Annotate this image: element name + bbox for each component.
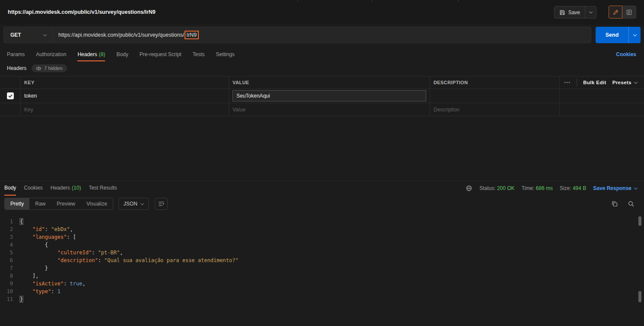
view-pretty[interactable]: Pretty	[5, 198, 29, 209]
method-value: GET	[10, 32, 21, 38]
bulk-edit-button[interactable]: Bulk Edit	[583, 80, 606, 85]
top-bar: https://api.movidesk.com/public/v1/surve…	[0, 0, 644, 25]
response-headers-count: (10)	[72, 185, 81, 191]
save-options-button[interactable]	[585, 6, 596, 18]
save-button-group: Save	[554, 6, 596, 19]
status-label: Status:	[479, 185, 495, 191]
code-line: 10 "type": 1	[0, 288, 638, 295]
header-key-value: token	[24, 93, 37, 99]
code-content: "description": "Qual sua avaliação para …	[20, 256, 239, 264]
tab-tests[interactable]: Tests	[192, 48, 204, 61]
new-key-cell	[21, 103, 229, 116]
method-select[interactable]: GET	[4, 27, 53, 43]
row-select-cell	[0, 89, 21, 103]
send-button[interactable]: Send	[596, 27, 628, 43]
headers-count: (8)	[99, 51, 105, 57]
tab-divider	[458, 0, 459, 2]
tab-params[interactable]: Params	[7, 48, 25, 61]
tab-divider	[372, 0, 372, 2]
chevron-down-icon	[589, 10, 592, 13]
view-preview[interactable]: Preview	[51, 198, 81, 209]
response-body-code[interactable]: 1{2 "id": "ebDx",3 "languages": [4 {5 "c…	[0, 214, 638, 326]
more-actions-icon[interactable]	[564, 79, 571, 85]
save-response-button[interactable]: Save Response	[593, 185, 637, 191]
cookies-link[interactable]: Cookies	[616, 51, 636, 57]
row-select-cell	[0, 103, 21, 116]
request-title: https://api.movidesk.com/public/v1/surve…	[8, 9, 156, 15]
save-button[interactable]: Save	[555, 6, 585, 18]
response-tabs: Body Cookies Headers (10) Test Results S…	[0, 181, 644, 196]
code-line: 4 {	[0, 241, 638, 249]
new-description-input[interactable]	[434, 104, 556, 115]
tab-prerequest-script[interactable]: Pre-request Script	[140, 48, 182, 61]
header-description-cell[interactable]	[430, 89, 560, 103]
line-number: 9	[0, 280, 20, 288]
code-content: {	[20, 218, 23, 225]
network-icon[interactable]	[465, 185, 472, 192]
size-value: 494 B	[573, 185, 586, 191]
line-number: 10	[0, 288, 20, 295]
view-visualize[interactable]: Visualize	[81, 198, 113, 209]
new-value-input[interactable]	[233, 104, 426, 115]
scrollbar-thumb[interactable]	[638, 216, 641, 226]
row-actions-cell	[560, 103, 644, 116]
status-value: 200 OK	[497, 185, 515, 191]
code-content: ],	[20, 272, 38, 280]
scrollbar-thumb[interactable]	[638, 291, 641, 302]
response-tab-headers[interactable]: Headers (10)	[51, 181, 81, 196]
view-mode-switcher: Pretty Raw Preview Visualize	[4, 198, 113, 210]
language-select[interactable]: JSON	[118, 198, 149, 210]
headers-section-title: Headers	[7, 65, 26, 71]
row-actions-cell	[560, 89, 644, 103]
edit-request-button[interactable]	[609, 6, 622, 19]
chevron-down-icon	[633, 32, 636, 36]
code-content: "id": "ebDx",	[20, 225, 73, 233]
presets-button[interactable]: Presets	[612, 80, 637, 85]
line-number: 8	[0, 272, 20, 280]
size-field: Size: 494 B	[560, 185, 586, 191]
code-line: 3 "languages": [	[0, 233, 638, 241]
comments-button[interactable]	[622, 6, 636, 19]
code-line: 1{	[0, 218, 638, 225]
send-options-button[interactable]	[628, 27, 641, 43]
select-column-header	[0, 76, 21, 89]
header-value-input[interactable]	[233, 90, 426, 101]
wrap-lines-button[interactable]	[155, 198, 168, 210]
new-value-cell	[229, 103, 430, 116]
tab-authorization[interactable]: Authorization	[36, 48, 66, 61]
tab-body[interactable]: Body	[116, 48, 128, 61]
url-input[interactable]: https://api.movidesk.com/public/v1/surve…	[53, 27, 591, 43]
row-checkbox[interactable]	[7, 92, 14, 99]
response-meta: Status: 200 OK Time: 686 ms Size: 494 B …	[465, 181, 637, 196]
response-tab-body[interactable]: Body	[4, 181, 16, 196]
response-view-bar: Pretty Raw Preview Visualize JSON	[0, 196, 644, 212]
header-key-cell[interactable]: token	[21, 89, 229, 103]
url-text: https://api.movidesk.com/public/v1/surve…	[58, 32, 184, 38]
code-line: 2 "id": "ebDx",	[0, 225, 638, 233]
copy-response-button[interactable]	[611, 200, 618, 207]
code-line: 8 ],	[0, 272, 638, 280]
search-response-button[interactable]	[628, 200, 634, 207]
method-url-field: GET https://api.movidesk.com/public/v1/s…	[3, 27, 591, 43]
view-raw[interactable]: Raw	[29, 198, 51, 209]
send-button-label: Send	[606, 32, 619, 38]
table-header-row: KEY VALUE DESCRIPTION Bulk Edit Presets	[0, 76, 644, 89]
line-number: 1	[0, 218, 20, 225]
chevron-down-icon	[43, 32, 47, 36]
code-content: }	[20, 264, 48, 272]
tab-divider	[297, 0, 298, 2]
response-tab-test-results[interactable]: Test Results	[89, 181, 117, 196]
new-key-input[interactable]	[24, 104, 225, 115]
save-button-label: Save	[568, 9, 580, 16]
comment-panel-icon	[626, 9, 632, 16]
tab-headers[interactable]: Headers (8)	[77, 48, 105, 61]
code-content: "type": 1	[20, 288, 61, 295]
tab-settings[interactable]: Settings	[216, 48, 235, 61]
hidden-headers-toggle[interactable]: 7 hidden	[32, 64, 67, 72]
line-number: 3	[0, 233, 20, 241]
code-content: "isActive": true,	[20, 280, 86, 288]
line-number: 11	[0, 295, 20, 303]
response-tab-cookies[interactable]: Cookies	[24, 181, 42, 196]
hidden-headers-label: 7 hidden	[44, 66, 62, 71]
request-tabs: Params Authorization Headers (8) Body Pr…	[7, 48, 235, 61]
